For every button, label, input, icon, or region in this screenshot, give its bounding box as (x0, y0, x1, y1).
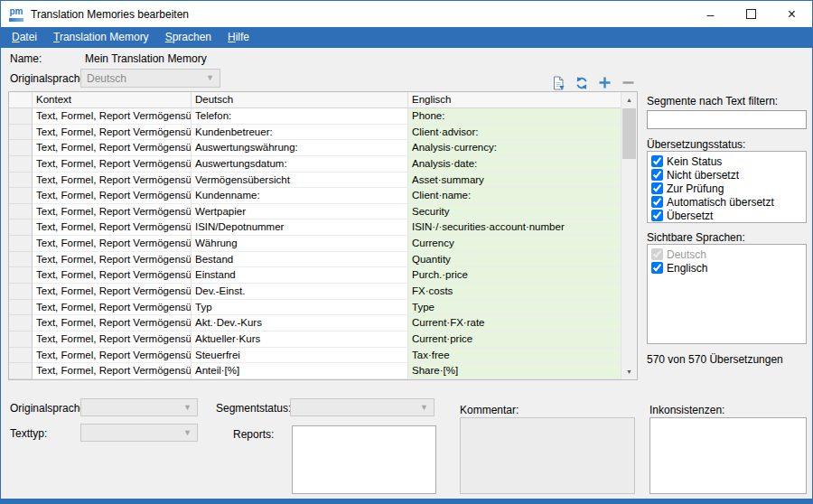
table-row[interactable]: Text, Formel, Report Vermögensü…Steuerfr… (9, 348, 621, 364)
kontext-cell[interactable]: Text, Formel, Report Vermögensü… (33, 140, 192, 156)
englisch-cell[interactable]: FX·costs (408, 284, 621, 300)
deutsch-cell[interactable]: Vermögensübersicht (192, 173, 408, 189)
table-row[interactable]: Text, Formel, Report Vermögensü…Anteil·[… (9, 363, 621, 379)
englisch-cell[interactable]: Share·[%] (408, 363, 621, 379)
englisch-cell[interactable]: Currency (408, 236, 621, 252)
kontext-cell[interactable]: Text, Formel, Report Vermögensü… (33, 173, 192, 189)
header-kontext[interactable]: Kontext (33, 92, 192, 107)
englisch-cell[interactable]: Client·name: (408, 188, 621, 204)
row-selector-cell[interactable] (9, 108, 33, 125)
minimize-button[interactable]: – (690, 1, 731, 27)
row-selector-cell[interactable] (9, 236, 33, 252)
menu-item-translation-memory[interactable]: Translation Memory (45, 27, 157, 48)
englisch-cell[interactable]: Analysis·date: (408, 156, 621, 173)
row-selector-cell[interactable] (9, 300, 33, 316)
deutsch-cell[interactable]: Bestand (192, 252, 408, 268)
deutsch-cell[interactable]: Auswertungsdatum: (192, 156, 408, 173)
deutsch-cell[interactable]: Dev.-Einst. (192, 284, 408, 300)
table-row[interactable]: Text, Formel, Report Vermögensü…BestandQ… (9, 252, 621, 268)
row-selector-cell[interactable] (9, 348, 33, 364)
deutsch-cell[interactable]: Typ (192, 300, 408, 316)
row-selector-cell[interactable] (9, 315, 33, 331)
englisch-cell[interactable]: Current·price (408, 331, 621, 348)
row-selector-cell[interactable] (9, 173, 33, 189)
checkbox-row-zur-pruefung[interactable]: Zur Prüfung (651, 182, 802, 195)
table-row[interactable]: Text, Formel, Report Vermögensü…Dev.-Ein… (9, 284, 621, 300)
kontext-cell[interactable]: Text, Formel, Report Vermögensü… (33, 363, 192, 379)
englisch-cell[interactable]: Analysis·currency: (408, 140, 621, 156)
deutsch-cell[interactable]: Wertpapier (192, 204, 408, 220)
document-icon[interactable] (550, 75, 565, 90)
row-selector-cell[interactable] (9, 204, 33, 220)
header-deutsch[interactable]: Deutsch (192, 92, 408, 107)
kontext-cell[interactable]: Text, Formel, Report Vermögensü… (33, 300, 192, 316)
checkbox-automatisch-uebersetzt[interactable] (651, 196, 663, 208)
deutsch-cell[interactable]: Steuerfrei (192, 348, 408, 364)
row-selector-cell[interactable] (9, 331, 33, 348)
englisch-cell[interactable]: Security (408, 204, 621, 220)
table-row[interactable]: Text, Formel, Report Vermögensü…Vermögen… (9, 173, 621, 189)
menu-item-hilfe[interactable]: Hilfe (220, 27, 257, 48)
row-selector-cell[interactable] (9, 363, 33, 379)
kontext-cell[interactable]: Text, Formel, Report Vermögensü… (33, 204, 192, 220)
deutsch-cell[interactable]: Aktueller·Kurs (192, 331, 408, 348)
menu-item-sprachen[interactable]: Sprachen (157, 27, 220, 48)
scroll-down-icon[interactable]: ▼ (621, 364, 637, 379)
table-row[interactable]: Text, Formel, Report Vermögensü…WährungC… (9, 236, 621, 252)
reports-list[interactable] (292, 425, 436, 494)
table-row[interactable]: Text, Formel, Report Vermögensü…Aktuelle… (9, 331, 621, 348)
segment-filter-input[interactable] (647, 110, 807, 129)
kontext-cell[interactable]: Text, Formel, Report Vermögensü… (33, 108, 192, 125)
kontext-cell[interactable]: Text, Formel, Report Vermögensü… (33, 348, 192, 364)
checkbox-englisch[interactable] (651, 262, 663, 274)
row-selector-cell[interactable] (9, 284, 33, 300)
checkbox-row-englisch[interactable]: Englisch (651, 261, 802, 275)
add-icon[interactable] (597, 75, 612, 90)
englisch-cell[interactable]: Quantity (408, 252, 621, 268)
checkbox-kein-status[interactable] (651, 155, 663, 167)
table-row[interactable]: Text, Formel, Report Vermögensü…Wertpapi… (9, 204, 621, 220)
deutsch-cell[interactable]: Kundenbetreuer: (192, 125, 408, 141)
deutsch-cell[interactable]: Währung (192, 236, 408, 252)
checkbox-row-automatisch-uebersetzt[interactable]: Automatisch übersetzt (651, 195, 802, 209)
row-selector-cell[interactable] (9, 219, 33, 236)
checkbox-zur-pruefung[interactable] (651, 182, 663, 194)
kontext-cell[interactable]: Text, Formel, Report Vermögensü… (33, 284, 192, 300)
table-row[interactable]: Text, Formel, Report Vermögensü…Einstand… (9, 267, 621, 284)
menu-item-datei[interactable]: Datei (4, 27, 45, 48)
englisch-cell[interactable]: Asset·summary (408, 173, 621, 189)
table-row[interactable]: Text, Formel, Report Vermögensü…ISIN/Dep… (9, 219, 621, 236)
table-row[interactable]: Text, Formel, Report Vermögensü…Akt.·Dev… (9, 315, 621, 331)
deutsch-cell[interactable]: Akt.·Dev.-Kurs (192, 315, 408, 331)
row-selector-cell[interactable] (9, 156, 33, 173)
kontext-cell[interactable]: Text, Formel, Report Vermögensü… (33, 219, 192, 236)
sync-icon[interactable] (574, 75, 589, 90)
table-row[interactable]: Text, Formel, Report Vermögensü…Telefon:… (9, 108, 621, 125)
inconsistencies-list[interactable] (649, 417, 807, 494)
englisch-cell[interactable]: Phone: (408, 108, 621, 125)
table-row[interactable]: Text, Formel, Report Vermögensü…Auswertu… (9, 140, 621, 156)
kontext-cell[interactable]: Text, Formel, Report Vermögensü… (33, 125, 192, 141)
checkbox-row-uebersetzt[interactable]: Übersetzt (651, 209, 802, 222)
deutsch-cell[interactable]: Auswertungswährung: (192, 140, 408, 156)
row-selector-cell[interactable] (9, 188, 33, 204)
table-row[interactable]: Text, Formel, Report Vermögensü…Kundenna… (9, 188, 621, 204)
row-selector-cell[interactable] (9, 252, 33, 268)
kontext-cell[interactable]: Text, Formel, Report Vermögensü… (33, 236, 192, 252)
row-selector-cell[interactable] (9, 125, 33, 141)
englisch-cell[interactable]: ISIN·/·securities·account·number (408, 219, 621, 236)
kontext-cell[interactable]: Text, Formel, Report Vermögensü… (33, 252, 192, 268)
checkbox-row-kein-status[interactable]: Kein Status (651, 154, 802, 168)
kontext-cell[interactable]: Text, Formel, Report Vermögensü… (33, 315, 192, 331)
deutsch-cell[interactable]: Einstand (192, 267, 408, 284)
englisch-cell[interactable]: Tax·free (408, 348, 621, 364)
kontext-cell[interactable]: Text, Formel, Report Vermögensü… (33, 331, 192, 348)
table-row[interactable]: Text, Formel, Report Vermögensü…TypType (9, 300, 621, 316)
deutsch-cell[interactable]: Telefon: (192, 108, 408, 125)
checkbox-row-nicht-uebersetzt[interactable]: Nicht übersetzt (651, 168, 802, 182)
checkbox-nicht-uebersetzt[interactable] (651, 169, 663, 181)
row-selector-cell[interactable] (9, 140, 33, 156)
kontext-cell[interactable]: Text, Formel, Report Vermögensü… (33, 156, 192, 173)
englisch-cell[interactable]: Current·FX·rate (408, 315, 621, 331)
header-englisch[interactable]: Englisch (408, 92, 621, 107)
